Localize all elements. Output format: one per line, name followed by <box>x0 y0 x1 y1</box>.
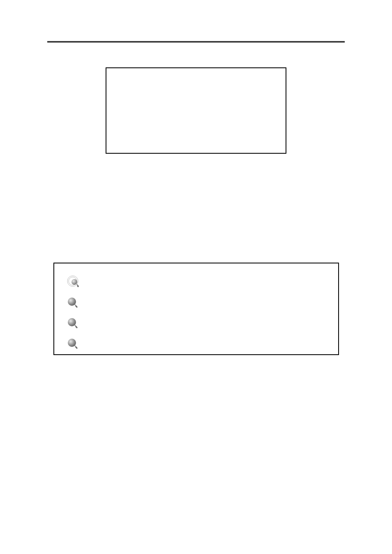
sphere-icon <box>67 296 79 309</box>
sphere-icon <box>67 317 79 329</box>
svg-point-2 <box>71 279 77 285</box>
sphere-icon <box>67 337 79 350</box>
sphere-rings-icon <box>67 275 81 289</box>
list-item <box>67 333 326 354</box>
icon-list-box <box>53 263 339 355</box>
list-item <box>67 272 326 292</box>
double-rule <box>47 41 345 43</box>
list-item <box>67 292 326 313</box>
page-header-rule <box>47 41 345 43</box>
list-item <box>67 313 326 333</box>
empty-framed-box-1 <box>106 67 286 154</box>
